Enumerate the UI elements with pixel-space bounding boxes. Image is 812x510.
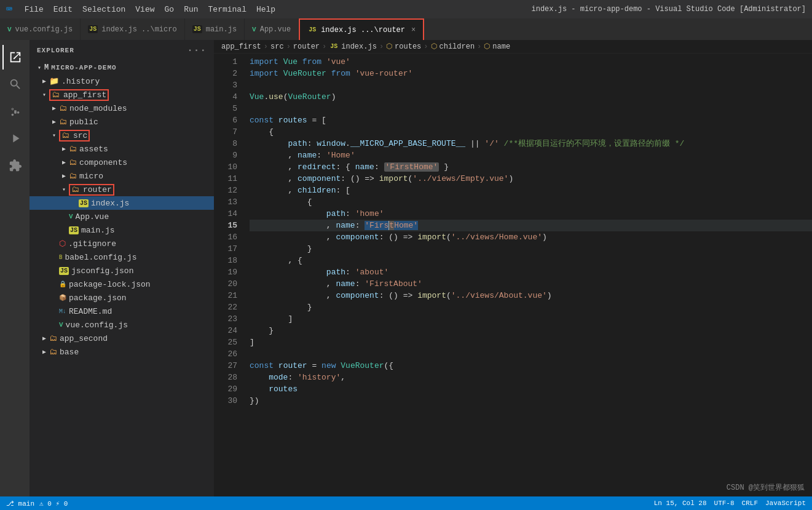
line-ending: CRLF [742, 500, 758, 507]
folder-special-icon: 🗂 [49, 334, 57, 343]
vue-icon: V [252, 26, 256, 33]
breadcrumb-children-icon: ⬡ [431, 42, 437, 51]
file-label: package.json [69, 293, 127, 303]
breadcrumb-routes: routes [395, 42, 421, 51]
file-label: components [79, 158, 127, 167]
tree-item-package-lock[interactable]: ▶ 🔒 package-lock.json [30, 277, 214, 291]
breadcrumb-name: name [492, 42, 510, 51]
tree-item-babel[interactable]: ▶ B babel.config.js [30, 250, 214, 264]
code-line-20: , name: 'FirstAbout' [250, 278, 812, 290]
breadcrumb-src: src [270, 42, 284, 51]
tree-item-readme[interactable]: ▶ M↓ README.md [30, 305, 214, 318]
breadcrumb-routes-icon: ⬡ [386, 42, 392, 51]
code-line-14: path: 'home' [250, 208, 812, 220]
activity-search[interactable] [2, 72, 27, 97]
activity-extensions[interactable] [2, 153, 27, 178]
tab-app-vue[interactable]: V App.vue [245, 18, 299, 40]
tree-item-base[interactable]: ▶ 🗂 base [30, 345, 214, 359]
activity-run[interactable] [2, 126, 27, 151]
tree-item-app-vue[interactable]: ▶ V App.vue [30, 210, 214, 223]
tab-close-button[interactable]: × [411, 26, 416, 34]
js-icon: JS [88, 25, 98, 33]
menu-bar: File Edit Selection View Go Run Terminal… [25, 5, 276, 14]
folder-icon: M [44, 63, 49, 72]
tree-arrow: ▶ [59, 172, 69, 180]
file-label: .history [61, 77, 100, 86]
git-branch[interactable]: ⎇ main [6, 500, 34, 508]
code-content[interactable]: import Vue from 'vue' import VueRouter f… [245, 54, 812, 496]
tree-item-public[interactable]: ▶ 🗂 public [30, 115, 214, 129]
tree-item-node-modules[interactable]: ▶ 🗂 node_modules [30, 102, 214, 115]
code-line-28: mode: 'history', [250, 372, 812, 383]
folder-special-icon: 🗂 [61, 131, 69, 140]
code-line-27: const router = new VueRouter({ [250, 360, 812, 372]
tree-item-router[interactable]: ▾ 🗂 router [30, 183, 214, 196]
tab-label: index.js ..\micro [101, 25, 176, 34]
code-line-3 [250, 79, 812, 91]
tree-item-micro[interactable]: ▶ 🗂 micro [30, 169, 214, 183]
tab-vue-config[interactable]: V vue.config.js [0, 18, 81, 40]
menu-run[interactable]: Run [184, 5, 198, 14]
tab-label: main.js [206, 25, 237, 34]
tree-item-history[interactable]: ▶ 📁 .history [30, 74, 214, 88]
tree-item-src[interactable]: ▾ 🗂 src [30, 129, 214, 142]
folder-special-icon: 🗂 [59, 104, 67, 113]
git-file-icon: ⬡ [59, 239, 66, 249]
vue-file-icon: V [69, 213, 73, 220]
activity-explorer[interactable] [2, 45, 27, 70]
tree-item-components[interactable]: ▶ 🗂 components [30, 156, 214, 169]
tab-bar: V vue.config.js JS index.js ..\micro JS … [0, 18, 812, 40]
tree-arrow: ▶ [39, 335, 49, 342]
tree-root[interactable]: ▾ M MICRO-APP-DEMO [30, 61, 214, 74]
sidebar-title: EXPLORER [37, 47, 74, 54]
tree-item-app-first[interactable]: ▾ 🗂 app_first [30, 88, 214, 102]
tab-index-router[interactable]: JS index.js ...\router × [299, 18, 424, 40]
menu-terminal[interactable]: Terminal [208, 5, 246, 14]
menu-go[interactable]: Go [165, 5, 175, 14]
tree-item-package-json[interactable]: ▶ 📦 package.json [30, 291, 214, 305]
menu-edit[interactable]: Edit [53, 5, 73, 14]
file-label: src [73, 131, 87, 140]
tree-item-app-second[interactable]: ▶ 🗂 app_second [30, 332, 214, 345]
menu-selection[interactable]: Selection [82, 5, 125, 14]
menu-help[interactable]: Help [256, 5, 275, 14]
file-label: base [60, 348, 79, 357]
sidebar-options[interactable]: ··· [187, 45, 207, 56]
tab-index-micro[interactable]: JS index.js ..\micro [81, 18, 184, 40]
code-editor[interactable]: 12345 678910 1112131415 1617181920 21222… [214, 54, 812, 496]
tree-arrow: ▶ [49, 118, 59, 126]
tree-arrow-router: ▾ [59, 186, 69, 193]
window-title: index.js - micro-app-demo - Visual Studi… [532, 5, 806, 14]
activity-source-control[interactable] [2, 99, 27, 124]
breadcrumb-app-first: app_first [221, 42, 261, 51]
tree-item-gitignore[interactable]: ▶ ⬡ .gitignore [30, 237, 214, 250]
json-file-icon: 🔒 [59, 281, 66, 288]
breadcrumb-js-icon: JS [329, 42, 339, 50]
sidebar: EXPLORER ··· ▾ M MICRO-APP-DEMO ▶ 📁 .his… [30, 40, 214, 496]
code-line-13: { [250, 196, 812, 208]
error-count[interactable]: ⚠ 0 ⚡ 0 [39, 500, 68, 508]
tab-main[interactable]: JS main.js [185, 18, 245, 40]
cursor-position: Ln 15, Col 28 [654, 500, 707, 507]
file-label: index.js [91, 199, 129, 208]
file-label: micro [79, 172, 103, 181]
main-area: EXPLORER ··· ▾ M MICRO-APP-DEMO ▶ 📁 .his… [0, 40, 812, 496]
tree-item-jsconfig[interactable]: ▶ JS jsconfig.json [30, 264, 214, 277]
activity-bar [0, 40, 30, 496]
code-line-11: , component: () => import('../views/Empt… [250, 173, 812, 185]
file-label: .gitignore [68, 239, 116, 249]
code-line-18: , { [250, 255, 812, 266]
menu-view[interactable]: View [135, 5, 154, 14]
tree-item-assets[interactable]: ▶ 🗂 assets [30, 142, 214, 156]
menu-file[interactable]: File [25, 5, 44, 14]
tree-item-main-js[interactable]: ▶ JS main.js [30, 223, 214, 237]
title-bar: ⌨ File Edit Selection View Go Run Termin… [0, 0, 812, 18]
tree-item-vue-config[interactable]: ▶ V vue.config.js [30, 318, 214, 332]
tree-item-index-js[interactable]: ▶ JS index.js [30, 196, 214, 210]
file-label: vue.config.js [66, 321, 128, 330]
line-numbers: 12345 678910 1112131415 1617181920 21222… [214, 54, 245, 496]
editor-area: app_first › src › router › JS index.js ›… [214, 40, 812, 496]
code-line-23: ] [250, 313, 812, 325]
code-line-7: { [250, 126, 812, 138]
code-line-16: , component: () => import('../views/Home… [250, 231, 812, 243]
